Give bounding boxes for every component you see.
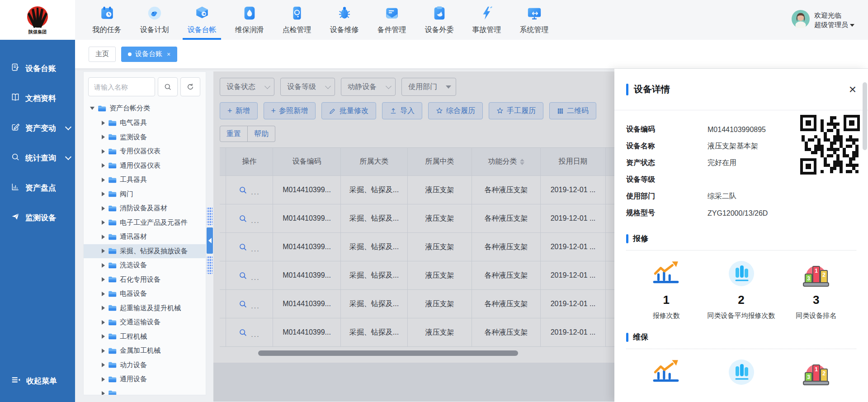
sidebar-item-asset-change[interactable]: 资产变动	[0, 113, 75, 143]
expand-caret-icon[interactable]	[102, 135, 105, 139]
operation-cell[interactable]: ...	[226, 233, 273, 261]
tree-item[interactable]: 电子工业产品及元器件	[84, 216, 206, 230]
scrollbar-thumb[interactable]	[863, 82, 867, 150]
more-actions[interactable]: ...	[251, 188, 259, 196]
splitter-collapse-handle[interactable]	[207, 227, 213, 254]
tree-item[interactable]: 阀门	[84, 187, 206, 202]
expand-caret-icon[interactable]	[102, 220, 105, 225]
tree-item[interactable]	[84, 387, 206, 396]
tree-item[interactable]: 采掘、钻探及抽放设备	[84, 244, 206, 259]
tree-root-node[interactable]: 资产台帐分类	[84, 101, 206, 116]
tree-item[interactable]: 动力设备	[84, 358, 206, 373]
tree-item[interactable]: 电气器具	[84, 116, 206, 130]
more-actions[interactable]: ...	[251, 331, 259, 339]
filter-select[interactable]: 设备等级	[280, 78, 335, 96]
expand-caret-icon[interactable]	[102, 235, 105, 239]
help-button[interactable]: 帮助	[248, 126, 275, 142]
tree-item[interactable]: 工程机械	[84, 330, 206, 344]
expand-caret-icon[interactable]	[102, 391, 105, 395]
expand-caret-icon[interactable]	[102, 377, 105, 382]
splitter-grip-dots[interactable]	[207, 256, 212, 274]
close-panel-icon[interactable]: ×	[849, 83, 856, 96]
add-button[interactable]: +新增	[220, 102, 258, 119]
sidebar-item-documents[interactable]: 文档资料	[0, 83, 75, 113]
operation-cell[interactable]: ...	[226, 261, 273, 290]
qr-code-button[interactable]: 二维码	[549, 102, 596, 119]
tree-item[interactable]: 工具器具	[84, 173, 206, 187]
expand-caret-icon[interactable]	[102, 163, 105, 168]
add-by-reference-button[interactable]: +参照新增	[264, 102, 316, 119]
collapse-menu-button[interactable]: 收起菜单	[0, 366, 75, 396]
tree-item[interactable]: 专用仪器仪表	[84, 144, 206, 159]
expand-caret-icon[interactable]	[90, 107, 94, 110]
tree-item[interactable]: 消防设备及器材	[84, 201, 206, 216]
header-function-class[interactable]: 功能分类	[472, 148, 541, 176]
tree-refresh-button[interactable]	[180, 77, 200, 96]
panel-scrollbar[interactable]	[863, 82, 867, 381]
user-menu[interactable]: 欢迎光临 超级管理员	[792, 0, 868, 40]
nav-maintenance-lubrication[interactable]: 维保润滑	[226, 0, 273, 40]
operation-cell[interactable]: ...	[226, 176, 273, 204]
batch-edit-button[interactable]: 批量修改	[321, 102, 376, 119]
more-actions[interactable]: ...	[251, 302, 259, 310]
tree-search-input[interactable]	[88, 77, 155, 96]
expand-caret-icon[interactable]	[102, 292, 105, 296]
tree-item[interactable]: 洗选设备	[84, 258, 206, 273]
expand-caret-icon[interactable]	[102, 149, 105, 154]
tree-item[interactable]: 通用设备	[84, 372, 206, 387]
expand-caret-icon[interactable]	[102, 249, 105, 253]
nav-system[interactable]: 系统管理	[510, 0, 558, 40]
operation-cell[interactable]: ...	[226, 204, 273, 233]
filter-select[interactable]: 设备状态	[220, 78, 274, 96]
tree-search-button[interactable]	[158, 77, 178, 96]
sidebar-item-asset-inventory[interactable]: 资产盘点	[0, 173, 75, 203]
filter-select[interactable]: 动静设备	[341, 78, 396, 96]
tree-item[interactable]: 监测设备	[84, 130, 206, 145]
nav-equipment-plan[interactable]: 设备计划	[131, 0, 178, 40]
tree-item[interactable]: 起重输送及提升机械	[84, 301, 206, 316]
expand-caret-icon[interactable]	[102, 206, 105, 211]
expand-caret-icon[interactable]	[102, 277, 105, 282]
tree-item[interactable]: 石化专用设备	[84, 273, 206, 287]
import-button[interactable]: 导入	[382, 102, 422, 119]
nav-spare-parts[interactable]: 备件管理	[368, 0, 415, 40]
tab-home[interactable]: 主页	[89, 47, 116, 62]
operation-cell[interactable]: ...	[226, 290, 273, 318]
nav-equipment-ledger[interactable]: 设备台帐	[178, 0, 226, 40]
more-actions[interactable]: ...	[251, 217, 259, 225]
panel-splitter[interactable]	[206, 71, 213, 395]
operation-cell[interactable]: ...	[226, 318, 273, 347]
expand-caret-icon[interactable]	[102, 192, 105, 196]
sidebar-item-monitoring[interactable]: 监测设备	[0, 203, 75, 232]
tab-equipment-ledger[interactable]: 设备台账 ×	[121, 47, 177, 62]
expand-caret-icon[interactable]	[102, 363, 105, 367]
expand-caret-icon[interactable]	[102, 263, 105, 268]
filter-select[interactable]: 使用部门	[401, 78, 456, 96]
expand-caret-icon[interactable]	[102, 121, 105, 125]
comprehensive-history-button[interactable]: 综合履历	[428, 102, 483, 119]
splitter-grip-dots[interactable]	[207, 207, 212, 225]
nav-outsourcing[interactable]: 设备外委	[415, 0, 463, 40]
tree-item[interactable]: 交通运输设备	[84, 315, 206, 330]
nav-equipment-repair[interactable]: 设备维修	[321, 0, 368, 40]
expand-caret-icon[interactable]	[102, 320, 105, 325]
sidebar-item-statistics[interactable]: 统计查询	[0, 143, 75, 173]
tree-item[interactable]: 通讯器材	[84, 230, 206, 244]
sort-icon[interactable]	[520, 159, 524, 165]
scrollbar-thumb[interactable]	[258, 350, 518, 356]
close-tab-icon[interactable]: ×	[167, 51, 170, 58]
sidebar-item-equipment-ledger[interactable]: 设备台账	[0, 53, 75, 83]
reset-button[interactable]: 重置	[220, 126, 248, 142]
more-actions[interactable]: ...	[251, 274, 259, 282]
tree-item[interactable]: 金属加工机械	[84, 344, 206, 358]
tree-item[interactable]: 电器设备	[84, 287, 206, 301]
nav-my-tasks[interactable]: 我的任务	[83, 0, 131, 40]
expand-caret-icon[interactable]	[102, 349, 105, 353]
more-actions[interactable]: ...	[251, 245, 259, 253]
tree-item[interactable]: 通用仪器仪表	[84, 159, 206, 173]
nav-spot-check[interactable]: 点检管理	[273, 0, 321, 40]
expand-caret-icon[interactable]	[102, 334, 105, 339]
expand-caret-icon[interactable]	[102, 178, 105, 182]
expand-caret-icon[interactable]	[102, 306, 105, 310]
manual-history-button[interactable]: 手工履历	[489, 102, 543, 119]
